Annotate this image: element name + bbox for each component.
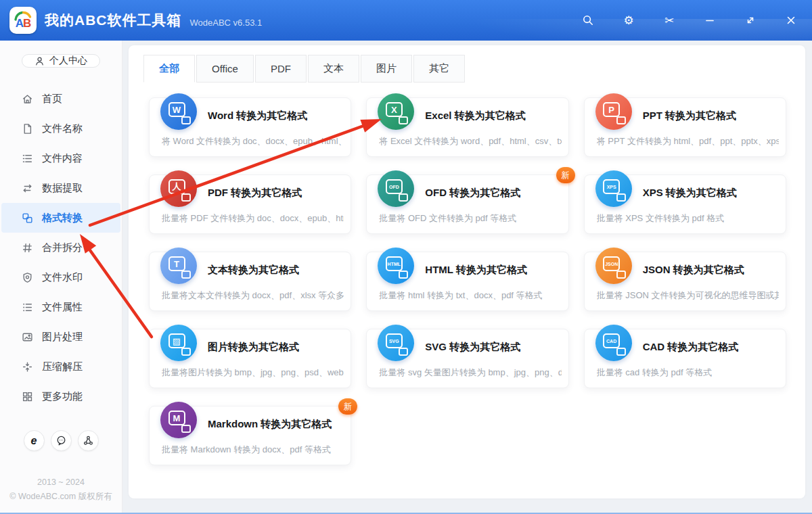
sidebar-item-data-extract[interactable]: 数据提取 <box>1 173 120 203</box>
card-excel-convert[interactable]: X Excel 转换为其它格式 将 Excel 文件转换为 word、pdf、h… <box>366 97 568 157</box>
card-desc: 将 Word 文件转换为 doc、docx、epub、html、pdf <box>162 135 344 147</box>
card-pdf-convert[interactable]: 人 PDF 转换为其它格式 批量将 PDF 文件转换为 doc、docx、epu… <box>149 174 351 234</box>
text-icon: T <box>160 248 197 284</box>
tab-pdf[interactable]: PDF <box>255 55 307 83</box>
new-badge: 新 <box>338 398 357 415</box>
share-network-button[interactable] <box>78 430 99 451</box>
card-title: PPT 转换为其它格式 <box>643 110 736 122</box>
card-desc: 批量将 OFD 文件转换为 pdf 等格式 <box>379 212 561 225</box>
excel-icon: X <box>378 93 414 130</box>
hash-icon <box>22 242 33 254</box>
minimize-icon[interactable] <box>701 11 719 29</box>
grid-icon <box>22 391 33 402</box>
card-cad-convert[interactable]: CAD CAD 转换为其它格式 批量将 cad 转换为 pdf 等格式 <box>584 329 786 388</box>
convert-grid-icon <box>22 212 33 224</box>
xps-icon: XPS <box>595 170 632 207</box>
card-desc: 批量将 svg 矢量图片转换为 bmp、jpg、png、docx <box>379 367 561 379</box>
sidebar-item-home[interactable]: 首页 <box>1 84 120 114</box>
sidebar-item-file-content[interactable]: 文件内容 <box>1 143 120 173</box>
card-desc: 批量将 Markdown 转换为 docx、pdf 等格式 <box>162 444 344 456</box>
lines-icon <box>22 153 33 164</box>
ppt-icon: P <box>595 93 632 130</box>
card-title: HTML 转换为其它格式 <box>425 264 527 277</box>
card-desc: 将 PPT 文件转换为 html、pdf、ppt、pptx、xps 等格式 <box>597 135 779 147</box>
main-area: 全部 Office PDF 文本 图片 其它 W Word 转换为其它格式 将 … <box>122 41 812 513</box>
home-icon <box>22 93 33 105</box>
card-title: Word 转换为其它格式 <box>208 110 307 122</box>
card-desc: 批量将图片转换为 bmp、jpg、png、psd、webp、 <box>162 367 344 379</box>
card-markdown-convert[interactable]: M Markdown 转换为其它格式 批量将 Markdown 转换为 docx… <box>149 406 351 465</box>
card-image-convert[interactable]: ▨ 图片转换为其它格式 批量将图片转换为 bmp、jpg、png、psd、web… <box>149 329 351 388</box>
card-desc: 批量将文本文件转换为 docx、pdf、xlsx 等众多格式 <box>162 289 344 302</box>
sidebar-item-file-name[interactable]: 文件名称 <box>1 114 120 143</box>
pdf-icon: 人 <box>160 170 197 207</box>
card-title: CAD 转换为其它格式 <box>643 341 739 354</box>
card-svg-convert[interactable]: SVG SVG 转换为其它格式 批量将 svg 矢量图片转换为 bmp、jpg、… <box>366 329 568 388</box>
sidebar-item-label: 更多功能 <box>42 390 83 403</box>
ofd-icon: OFD <box>378 170 414 207</box>
card-desc: 将 Excel 文件转换为 word、pdf、html、csv、txt、xps <box>379 135 561 147</box>
card-title: OFD 转换为其它格式 <box>425 187 520 200</box>
sidebar-item-label: 格式转换 <box>42 212 83 225</box>
share-nodes-icon <box>83 435 94 446</box>
feedback-chat-button[interactable] <box>51 430 72 451</box>
chat-bubble-icon <box>55 435 67 446</box>
sidebar: 个人中心 首页 文件名称 文件内容 数据提取 <box>0 41 122 513</box>
browser-link-button[interactable]: e <box>24 430 45 451</box>
category-tabs: 全部 Office PDF 文本 图片 其它 <box>143 55 786 83</box>
sidebar-item-more[interactable]: 更多功能 <box>1 381 120 411</box>
image-icon <box>22 331 33 343</box>
svg-icon: SVG <box>378 325 414 361</box>
card-title: XPS 转换为其它格式 <box>643 187 737 200</box>
sidebar-item-image-process[interactable]: 图片处理 <box>1 322 120 352</box>
list-icon <box>22 302 33 313</box>
app-version: WodeABC v6.53.1 <box>190 18 263 28</box>
card-html-convert[interactable]: HTML HTML 转换为其它格式 批量将 html 转换为 txt、docx、… <box>366 252 568 311</box>
card-title: PDF 转换为其它格式 <box>208 187 302 200</box>
card-desc: 批量将 JSON 文件转换为可视化的思维导图或其它格式 <box>597 289 779 302</box>
sidebar-item-label: 压缩解压 <box>42 360 83 373</box>
card-word-convert[interactable]: W Word 转换为其它格式 将 Word 文件转换为 doc、docx、epu… <box>149 97 351 157</box>
close-icon[interactable] <box>782 11 800 29</box>
sidebar-item-label: 首页 <box>42 93 62 106</box>
search-icon[interactable] <box>579 11 597 29</box>
sidebar-item-label: 文件水印 <box>42 271 83 284</box>
profile-button[interactable]: 个人中心 <box>22 54 100 68</box>
card-json-convert[interactable]: JSON JSON 转换为其它格式 批量将 JSON 文件转换为可视化的思维导图… <box>584 252 786 311</box>
sidebar-item-watermark[interactable]: 文件水印 <box>1 262 120 292</box>
sidebar-item-label: 文件名称 <box>42 122 83 135</box>
card-desc: 批量将 PDF 文件转换为 doc、docx、epub、html、 <box>162 212 344 225</box>
html-icon: HTML <box>378 248 414 284</box>
tab-image[interactable]: 图片 <box>361 55 412 83</box>
tab-all[interactable]: 全部 <box>143 55 195 83</box>
compress-arrows-icon <box>22 361 33 373</box>
sidebar-item-label: 合并拆分 <box>42 241 83 254</box>
ie-icon: e <box>31 435 37 447</box>
card-ofd-convert[interactable]: OFD OFD 转换为其它格式 批量将 OFD 文件转换为 pdf 等格式 新 <box>366 174 568 234</box>
sidebar-item-compress[interactable]: 压缩解压 <box>1 352 120 381</box>
sidebar-item-label: 数据提取 <box>42 182 83 195</box>
json-icon: JSON <box>595 248 632 284</box>
card-desc: 批量将 cad 转换为 pdf 等格式 <box>597 367 779 379</box>
card-title: Excel 转换为其它格式 <box>425 110 525 122</box>
maximize-restore-icon[interactable] <box>742 11 759 29</box>
markdown-icon: M <box>160 402 197 438</box>
card-title: Markdown 转换为其它格式 <box>208 418 332 431</box>
sidebar-item-format-convert[interactable]: 格式转换 <box>1 203 120 233</box>
app-logo-icon: AB <box>9 7 37 34</box>
scissors-screenshot-icon[interactable]: ✂ <box>660 11 678 29</box>
tab-office[interactable]: Office <box>196 55 254 83</box>
tab-other[interactable]: 其它 <box>413 55 465 83</box>
sidebar-item-properties[interactable]: 文件属性 <box>1 292 120 322</box>
settings-gear-icon[interactable]: ⚙ <box>620 11 637 29</box>
sidebar-item-merge-split[interactable]: 合并拆分 <box>1 233 120 262</box>
tab-text[interactable]: 文本 <box>308 55 359 83</box>
card-title: SVG 转换为其它格式 <box>425 341 520 354</box>
card-xps-convert[interactable]: XPS XPS 转换为其它格式 批量将 XPS 文件转换为 pdf 格式 <box>584 174 786 234</box>
card-ppt-convert[interactable]: P PPT 转换为其它格式 将 PPT 文件转换为 html、pdf、ppt、p… <box>584 97 786 157</box>
copyright-owner: © WodeABC.com 版权所有 <box>0 490 122 504</box>
card-text-convert[interactable]: T 文本转换为其它格式 批量将文本文件转换为 docx、pdf、xlsx 等众多… <box>149 252 351 311</box>
card-title: JSON 转换为其它格式 <box>643 264 744 277</box>
tool-card-grid: W Word 转换为其它格式 将 Word 文件转换为 doc、docx、epu… <box>143 97 786 465</box>
content-panel: 全部 Office PDF 文本 图片 其它 W Word 转换为其它格式 将 … <box>129 45 805 498</box>
